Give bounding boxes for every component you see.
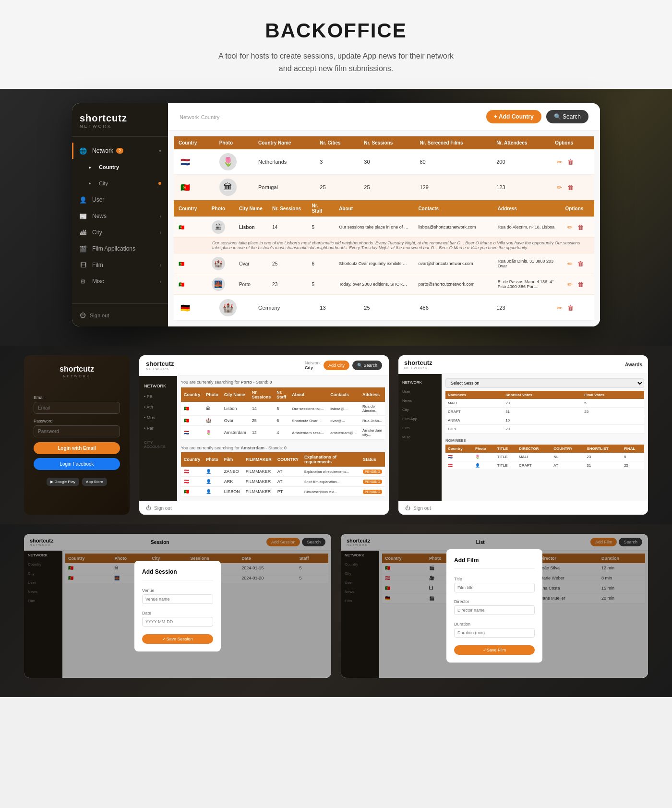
cell-e5: PT xyxy=(275,487,301,497)
awards-sidebar: NETWORK User News City Film App. Film Mi… xyxy=(398,374,442,501)
session-modal-overlay: Add Session Venue Date Save Session xyxy=(24,534,331,678)
city-signout[interactable]: ⏻ Sign out xyxy=(146,505,382,511)
edit-portugal-btn[interactable]: ✏ xyxy=(555,183,564,192)
delete-lisbon-btn[interactable]: 🗑 xyxy=(576,223,586,232)
city-photo-porto: 🌉 xyxy=(212,277,225,291)
sidebar-item-news[interactable]: 📰 News › xyxy=(72,208,168,224)
sign-out-btn[interactable]: ⏻ Sign out xyxy=(80,312,160,319)
cell-sess-lisbon: 14 xyxy=(249,402,274,416)
awards-nav-city[interactable]: City xyxy=(398,405,442,414)
cell-about-amsterdam: Amsterdam sessions... xyxy=(289,426,327,440)
sub-col-country: Country xyxy=(174,200,207,217)
city-nav-pb[interactable]: • PB xyxy=(139,391,177,402)
sidebar-item-film-applications[interactable]: 🎬 Film Applications xyxy=(72,241,168,257)
edit-porto-btn[interactable]: ✏ xyxy=(565,280,575,289)
cell-c3: ZANBO xyxy=(221,467,243,477)
city-nav-par[interactable]: • Par xyxy=(139,423,177,434)
nom-cell-p1: 🌷 xyxy=(473,453,495,461)
user-icon: 👤 xyxy=(79,195,87,204)
city-search-btn[interactable]: 🔍 Search xyxy=(352,361,382,370)
sub-col-contacts: Contacts xyxy=(413,200,492,217)
col-country: Country xyxy=(174,136,215,149)
city-nav-ath[interactable]: • Ath xyxy=(139,402,177,412)
save-session-btn[interactable]: Save Session xyxy=(142,634,213,644)
director-input[interactable] xyxy=(454,605,535,615)
delete-portugal-btn[interactable]: 🗑 xyxy=(565,183,576,192)
sub-cell-options: ✏ 🗑 xyxy=(561,253,594,274)
nom-cell-t2: TITLE xyxy=(495,461,516,470)
duration-input[interactable] xyxy=(454,628,535,638)
table-row: 🇵🇹 👤 LISBON FILMMAKER PT Film descriptio… xyxy=(181,487,385,497)
table-row: MALI 23 5 xyxy=(445,399,644,408)
city-col-name: City Name xyxy=(221,387,249,402)
edit-lisbon-btn[interactable]: ✏ xyxy=(565,223,575,232)
date-input[interactable] xyxy=(142,617,213,627)
login-email-btn[interactable]: Login with Email xyxy=(34,442,120,454)
email-input[interactable] xyxy=(34,402,120,414)
sub-cell-name: Ovar xyxy=(234,253,267,274)
sidebar-item-user[interactable]: 👤 User xyxy=(72,192,168,208)
list-screenshot: shortcutz NETWORK List Add Film Search N… xyxy=(341,534,648,678)
city-nav-network[interactable]: NETWORK xyxy=(139,381,177,391)
cell-sess-amsterdam: 12 xyxy=(249,426,274,440)
awards-nav-user[interactable]: User xyxy=(398,387,442,396)
awards-footer: ⏻ Sign out xyxy=(398,501,648,515)
awards-cell-name: ANIMA xyxy=(445,416,503,425)
awards-nav-misc[interactable]: Misc xyxy=(398,433,442,442)
session-screenshot: shortcutz NETWORK Session Add Session Se… xyxy=(24,534,331,678)
awards-nav-news[interactable]: News xyxy=(398,396,442,405)
delete-netherlands-btn[interactable]: 🗑 xyxy=(565,157,576,167)
city-add-btn[interactable]: Add City xyxy=(324,361,349,370)
sub-cell-about: Today, over 2000 editions, SHORTCUTZ POR… xyxy=(334,274,413,295)
title-input[interactable] xyxy=(454,583,535,592)
cell-e7: PENDING xyxy=(360,487,385,497)
sub-cell-photo: 🏛 xyxy=(207,217,234,238)
sidebar-item-city2[interactable]: 🏙 City › xyxy=(72,224,168,241)
app-window: shortcutz NETWORK 🌐 Network 2 ▾ • Countr… xyxy=(72,103,600,326)
network-icon: 🌐 xyxy=(79,146,87,155)
photo-de: 🏰 xyxy=(219,299,237,316)
awards-nav-filmapp[interactable]: Film App. xyxy=(398,414,442,423)
table-row: 🇵🇹 🏰 Ovar 25 6 Shortcutz Ovar regularly … xyxy=(174,253,594,274)
awards-signout[interactable]: ⏻ Sign out xyxy=(405,505,641,511)
delete-ovar-btn[interactable]: 🗑 xyxy=(576,259,586,268)
awards-session-select[interactable]: Select Session xyxy=(445,378,644,388)
col-h7: Status xyxy=(360,452,385,467)
sidebar-item-network[interactable]: 🌐 Network 2 ▾ xyxy=(72,143,168,159)
sub-cell-staff: 5 xyxy=(307,274,334,295)
edit-ovar-btn[interactable]: ✏ xyxy=(565,259,575,268)
login-facebook-btn[interactable]: Login Facebook xyxy=(34,458,120,470)
cell-films: 486 xyxy=(415,295,492,321)
nav-label-city2: City xyxy=(92,229,102,236)
app-store-badge[interactable]: App Store xyxy=(82,478,107,486)
city-dot xyxy=(158,182,161,185)
search-button[interactable]: 🔍 Search xyxy=(546,110,588,123)
sidebar-item-film[interactable]: 🎞 Film › xyxy=(72,257,168,273)
venue-input[interactable] xyxy=(142,594,213,604)
list-modal-title: Add Film xyxy=(454,557,535,564)
sidebar-item-misc[interactable]: ⚙ Misc › xyxy=(72,273,168,289)
nav-label-user: User xyxy=(92,196,104,203)
delete-porto-btn[interactable]: 🗑 xyxy=(576,280,586,289)
save-film-btn[interactable]: Save Film xyxy=(454,645,535,655)
col-photo: Photo xyxy=(215,136,253,149)
awards-nav-network[interactable]: NETWORK xyxy=(398,378,442,387)
awards-nav-film[interactable]: Film xyxy=(398,423,442,433)
city-content: NETWORK • PB • Ath • Mos • Par CITY ACCO… xyxy=(139,376,389,501)
google-play-badge[interactable]: ▶ Google Play xyxy=(47,478,79,486)
city-nav-mos[interactable]: • Mos xyxy=(139,412,177,423)
city-app-topbar: shortcutz NETWORK NetworkCity Add City 🔍… xyxy=(139,355,389,376)
sidebar-item-country[interactable]: • Country xyxy=(72,159,168,175)
edit-germany-btn[interactable]: ✏ xyxy=(555,303,564,313)
cell-d5: AT xyxy=(275,477,301,487)
flag-nl: 🇳🇱 xyxy=(179,155,192,169)
table-row: 🇵🇹 🏰 Ovar 25 6 Shortcutz Ovar... ovar@..… xyxy=(181,416,385,426)
password-input[interactable] xyxy=(34,425,120,437)
add-country-button[interactable]: + Add Country xyxy=(486,110,541,123)
edit-netherlands-btn[interactable]: ✏ xyxy=(555,157,564,167)
sidebar-item-city[interactable]: • City xyxy=(72,175,168,192)
delete-germany-btn[interactable]: 🗑 xyxy=(565,303,576,313)
awards-section-label: NOMINEES xyxy=(445,438,644,443)
sub-col-options: Options xyxy=(561,200,594,217)
table-row: 🇵🇹 🏛 Lisbon 14 5 Our sessions take... li… xyxy=(181,402,385,416)
